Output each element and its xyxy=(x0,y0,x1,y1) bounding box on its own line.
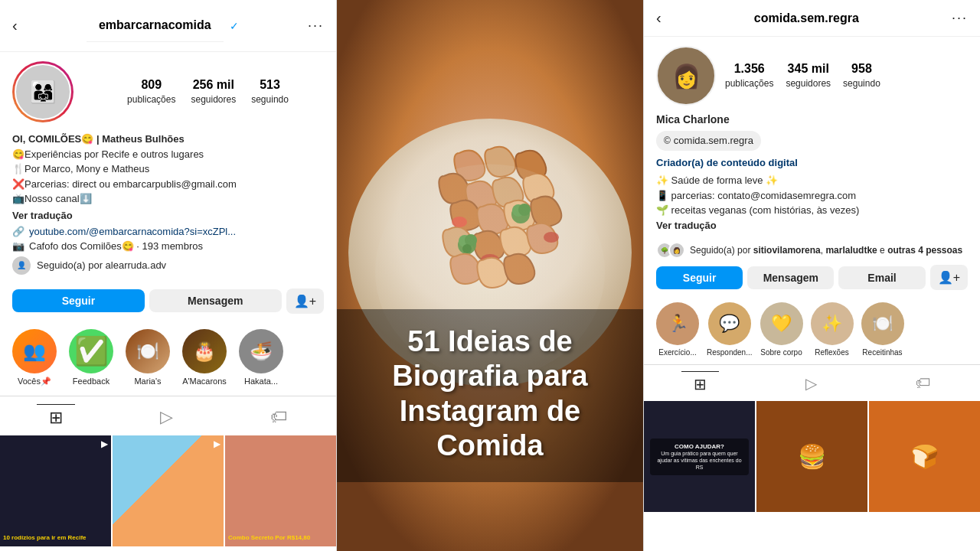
follower-name-2[interactable]: marlaludtke xyxy=(825,245,877,256)
grid-tab[interactable]: ⊞ xyxy=(37,404,75,431)
following-count: 513 xyxy=(251,78,289,92)
post-thumb-3[interactable]: Combo Secreto Por R$14,80 xyxy=(225,435,336,546)
left-profile-section: 👨‍👩‍👧 809 publicações 256 mil seguidores… xyxy=(0,52,336,289)
r-story-circle-5: 🍽️ xyxy=(861,302,904,345)
bio-line3: 🍴Por Marco, Mony e Matheus xyxy=(12,163,149,174)
posts-label: publicações xyxy=(127,94,175,105)
add-person-button[interactable]: 👤+ xyxy=(286,289,324,314)
bio-line2: 😋Experiências por Recife e outros lugare… xyxy=(12,148,204,160)
right-ver-traducao[interactable]: Ver tradução xyxy=(656,218,968,233)
group-row[interactable]: 📷 Cafofo dos Comilões😋 · 193 membros xyxy=(12,240,324,252)
mensagem-button[interactable]: Mensagem xyxy=(149,289,282,312)
follower-name-1[interactable]: sitiovilamorena xyxy=(753,245,821,256)
right-followers-stat[interactable]: 345 mil seguidores xyxy=(786,62,831,90)
creator-type[interactable]: Criador(a) de conteúdo digital xyxy=(656,155,968,171)
avatar-ring: 👨‍👩‍👧 xyxy=(12,61,74,122)
story-circle-2: ✅ xyxy=(69,329,113,373)
seguir-button[interactable]: Seguir xyxy=(12,289,145,312)
right-add-person-button[interactable]: 👤+ xyxy=(930,265,968,290)
r-story-circle-1: 🏃 xyxy=(656,302,699,345)
r-story-2[interactable]: 💬 Responden... xyxy=(707,302,753,357)
right-grid-tab[interactable]: ⊞ xyxy=(681,371,719,396)
r-post-1[interactable]: COMO AJUDAR?Um guia prático para quem qu… xyxy=(644,401,755,512)
video-icon: ▶ xyxy=(101,439,108,449)
post-text-1: 10 rodízios para ir em Recife xyxy=(3,534,108,542)
posts-grid: ▶ 10 rodízios para ir em Recife ▶ Combo … xyxy=(0,435,336,552)
follower-avatar: 👤 xyxy=(12,256,31,275)
stories-row: 👥 Vocês📌 ✅ Feedback 🍽️ Maria's 🎂 A'Macar… xyxy=(0,323,336,396)
right-following-label: seguindo xyxy=(843,78,880,89)
story-item-3[interactable]: 🍽️ Maria's xyxy=(126,329,170,386)
r-story-3[interactable]: 💛 Sobre corpo xyxy=(760,302,803,357)
right-profile-top: 👩 1.356 publicações 345 mil seguidores 9… xyxy=(644,37,980,112)
reels-tab[interactable]: ▷ xyxy=(148,404,185,431)
story-emoji-3: 🍽️ xyxy=(136,341,159,362)
story-emoji-5: 🍜 xyxy=(250,341,273,362)
right-email-button[interactable]: Email xyxy=(838,266,925,289)
more-options-button[interactable]: ··· xyxy=(308,18,324,34)
right-action-buttons: Seguir Mensagem Email 👤+ xyxy=(644,265,980,298)
followers-label: seguidores xyxy=(191,94,236,105)
r-post-text-1: COMO AJUDAR?Um guia prático para quem qu… xyxy=(644,401,755,512)
ver-traducao-button[interactable]: Ver tradução xyxy=(12,210,324,221)
r-story-1[interactable]: 🏃 Exercício... xyxy=(656,302,699,357)
right-mensagem-button[interactable]: Mensagem xyxy=(747,266,834,289)
avatar-emoji: 👨‍👩‍👧 xyxy=(30,80,57,105)
story-item-2[interactable]: ✅ Feedback xyxy=(69,329,113,386)
right-followers-count: 345 mil xyxy=(786,62,831,76)
r-story-5[interactable]: 🍽️ Receitinhas xyxy=(861,302,904,357)
story-emoji-4: 🎂 xyxy=(193,341,216,362)
avatar[interactable]: 👨‍👩‍👧 xyxy=(15,64,71,120)
right-seguir-button[interactable]: Seguir xyxy=(656,266,743,289)
verified-badge: ✓ xyxy=(230,20,239,32)
r-story-label-3: Sobre corpo xyxy=(760,348,802,357)
posts-count: 809 xyxy=(127,78,175,92)
followers-stat[interactable]: 256 mil seguidores xyxy=(191,78,236,106)
story-emoji-2: ✅ xyxy=(74,335,109,367)
r-story-label-2: Responden... xyxy=(707,348,753,357)
story-circle-5: 🍜 xyxy=(239,329,283,373)
story-item-1[interactable]: 👥 Vocês📌 xyxy=(12,329,57,386)
post-thumb-2[interactable]: ▶ xyxy=(113,435,224,546)
right-posts-stat: 1.356 publicações xyxy=(725,62,773,90)
story-item-4[interactable]: 🎂 A'Macarons xyxy=(182,329,227,386)
right-stories-row: 🏃 Exercício... 💬 Responden... 💛 Sobre co… xyxy=(644,298,980,364)
r-story-4[interactable]: ✨ Reflexões xyxy=(811,302,854,357)
right-display-name: Mica Charlone xyxy=(656,112,968,128)
right-following-count: 958 xyxy=(843,62,880,76)
action-buttons: Seguir Mensagem 👤+ xyxy=(0,289,336,323)
story-label-5: Hakata... xyxy=(244,377,278,386)
story-label-3: Maria's xyxy=(134,377,161,386)
tagged-tab[interactable]: 🏷 xyxy=(258,404,299,431)
r-post-2[interactable]: 🍔 xyxy=(756,401,867,512)
post-thumb-1[interactable]: ▶ 10 rodízios para ir em Recife xyxy=(0,435,111,546)
r-story-circle-4: ✨ xyxy=(811,302,854,345)
article-title: 51 Ideias de Biografia para Instagram de… xyxy=(352,324,628,464)
profile-link[interactable]: 🔗 youtube.com/@embarcarnacomida?si=xcZPl… xyxy=(12,226,324,237)
right-posts-count: 1.356 xyxy=(725,62,773,76)
group-text: Cafofo dos Comilões😋 · 193 membros xyxy=(29,240,203,252)
right-posts-label: publicações xyxy=(725,78,773,89)
story-circle-1: 👥 xyxy=(12,329,57,373)
right-avatar-emoji: 👩 xyxy=(672,63,701,90)
following-label: seguindo xyxy=(251,94,289,105)
right-following-row: 🌳 👩 Seguido(a) por sitiovilamorena, marl… xyxy=(644,242,980,265)
right-reels-tab[interactable]: ▷ xyxy=(793,371,829,396)
right-back-button[interactable]: ‹ xyxy=(656,9,662,27)
back-button[interactable]: ‹ xyxy=(12,17,18,34)
right-more-options[interactable]: ··· xyxy=(952,10,968,26)
following-stat[interactable]: 513 seguindo xyxy=(251,78,289,106)
profile-tag-badge[interactable]: © comida.sem.regra xyxy=(656,131,761,151)
right-tagged-tab[interactable]: 🏷 xyxy=(903,371,943,396)
tag-icon: © xyxy=(664,134,671,148)
r-story-label-1: Exercício... xyxy=(658,348,696,357)
story-emoji-1: 👥 xyxy=(23,341,46,362)
profile-stats: 809 publicações 256 mil seguidores 513 s… xyxy=(92,78,324,106)
left-username: embarcarnacomida xyxy=(87,9,224,42)
bio-line4: ❌Parcerias: direct ou embarcarpublis@gma… xyxy=(12,178,237,190)
story-item-5[interactable]: 🍜 Hakata... xyxy=(239,329,283,386)
r-post-3[interactable]: 🍞 xyxy=(869,401,980,512)
right-avatar[interactable]: 👩 xyxy=(656,46,716,106)
right-bio: Mica Charlone © comida.sem.regra Criador… xyxy=(644,112,980,242)
right-following-stat[interactable]: 958 seguindo xyxy=(843,62,880,90)
